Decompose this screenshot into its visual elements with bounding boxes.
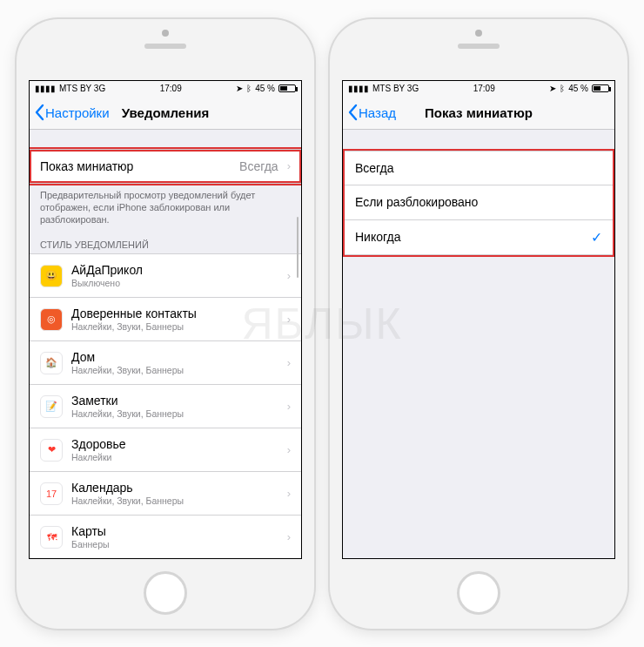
app-name: Доверенные контакты (71, 307, 278, 320)
chevron-left-icon (346, 104, 359, 121)
app-sub: Наклейки, Звуки, Баннеры (71, 495, 278, 506)
chevron-right-icon: › (287, 313, 291, 326)
apps-list: 😃АйДаПриколВыключено›◎Доверенные контакт… (30, 253, 301, 557)
previews-footer: Предварительный просмотр уведомлений буд… (30, 184, 301, 226)
app-name: Карты (71, 524, 278, 538)
checkmark-icon: ✓ (591, 229, 602, 246)
app-name: Здоровье (71, 437, 278, 451)
signal-icon: ▮▮▮▮ (348, 84, 369, 93)
app-cell[interactable]: 🏠ДомНаклейки, Звуки, Баннеры› (30, 341, 301, 385)
clock: 17:09 (160, 84, 182, 93)
back-button[interactable]: Назад (343, 104, 396, 121)
chevron-right-icon: › (287, 269, 291, 282)
carrier-label: MTS BY 3G (372, 84, 419, 93)
phone-left: ▮▮▮▮ MTS BY 3G 17:09 ➤ ᛒ 45 % Настройки … (17, 19, 314, 629)
option-label: Никогда (355, 230, 582, 244)
nav-bar: Назад Показ миниатюр (343, 97, 614, 130)
app-sub: Баннеры (71, 539, 278, 549)
app-cell[interactable]: 17КалендарьНаклейки, Звуки, Баннеры› (30, 472, 301, 516)
style-header: СТИЛЬ УВЕДОМЛЕНИЙ (30, 226, 301, 253)
scrollbar[interactable] (297, 217, 299, 278)
app-icon: 🏠 (40, 352, 63, 374)
app-cell[interactable]: 😃АйДаПриколВыключено› (30, 253, 301, 298)
show-previews-label: Показ миниатюр (40, 159, 231, 173)
location-icon: ➤ (549, 84, 556, 93)
nav-bar: Настройки Уведомления (30, 97, 301, 130)
option-label: Если разблокировано (355, 195, 602, 209)
show-previews-value: Всегда (239, 159, 278, 173)
bluetooth-icon: ᛒ (560, 84, 565, 93)
status-bar: ▮▮▮▮ MTS BY 3G 17:09 ➤ ᛒ 45 % (30, 81, 301, 97)
app-sub: Выключено (71, 278, 278, 288)
chevron-right-icon: › (287, 443, 291, 456)
chevron-right-icon: › (287, 400, 291, 413)
app-name: Дом (71, 350, 278, 364)
app-cell[interactable]: 🗺КартыБаннеры› (30, 516, 301, 557)
app-cell[interactable]: ◎Доверенные контактыНаклейки, Звуки, Бан… (30, 298, 301, 341)
app-icon: 😃 (40, 265, 63, 287)
back-button[interactable]: Настройки (30, 104, 110, 121)
chevron-right-icon: › (287, 356, 291, 369)
chevron-right-icon: › (287, 159, 291, 172)
option-cell[interactable]: Никогда✓ (345, 220, 613, 255)
chevron-left-icon (33, 104, 45, 121)
screen-left: ▮▮▮▮ MTS BY 3G 17:09 ➤ ᛒ 45 % Настройки … (29, 80, 302, 559)
signal-icon: ▮▮▮▮ (35, 84, 56, 93)
app-icon: ❤ (40, 439, 63, 462)
app-sub: Наклейки, Звуки, Баннеры (71, 321, 278, 332)
option-label: Всегда (355, 161, 602, 175)
app-icon: 17 (40, 482, 63, 505)
content-left: Показ миниатюр Всегда › Предварительный … (30, 130, 301, 558)
chevron-right-icon: › (287, 530, 291, 543)
app-icon: 🗺 (40, 526, 63, 549)
app-cell[interactable]: 📝ЗаметкиНаклейки, Звуки, Баннеры› (30, 385, 301, 428)
app-cell[interactable]: ❤ЗдоровьеНаклейки› (30, 428, 301, 472)
back-label: Настройки (45, 105, 110, 120)
battery-pct: 45 % (255, 84, 275, 93)
clock: 17:09 (473, 84, 495, 93)
home-button[interactable] (457, 571, 500, 615)
app-sub: Наклейки (71, 452, 278, 462)
app-icon: ◎ (40, 308, 63, 331)
back-label: Назад (359, 105, 396, 120)
app-icon: 📝 (40, 395, 63, 418)
app-name: Заметки (71, 394, 278, 408)
phone-right: ▮▮▮▮ MTS BY 3G 17:09 ➤ ᛒ 45 % Назад Пока… (330, 19, 627, 629)
carrier-label: MTS BY 3G (59, 84, 105, 93)
app-sub: Наклейки, Звуки, Баннеры (71, 408, 278, 419)
app-name: Календарь (71, 481, 278, 495)
content-right: ВсегдаЕсли разблокированоНикогда✓ (343, 130, 614, 558)
options-list: ВсегдаЕсли разблокированоНикогда✓ (343, 149, 614, 257)
show-previews-cell[interactable]: Показ миниатюр Всегда › (30, 149, 301, 184)
bluetooth-icon: ᛒ (246, 84, 252, 93)
battery-icon (278, 84, 296, 92)
home-button[interactable] (144, 571, 187, 615)
status-bar: ▮▮▮▮ MTS BY 3G 17:09 ➤ ᛒ 45 % (343, 81, 614, 97)
location-icon: ➤ (236, 84, 243, 93)
option-cell[interactable]: Всегда (345, 151, 613, 185)
screen-right: ▮▮▮▮ MTS BY 3G 17:09 ➤ ᛒ 45 % Назад Пока… (342, 80, 615, 559)
app-name: АйДаПрикол (71, 263, 278, 277)
battery-pct: 45 % (568, 84, 588, 93)
app-sub: Наклейки, Звуки, Баннеры (71, 365, 278, 375)
option-cell[interactable]: Если разблокировано (345, 185, 613, 220)
chevron-right-icon: › (287, 487, 291, 500)
battery-icon (592, 84, 609, 92)
